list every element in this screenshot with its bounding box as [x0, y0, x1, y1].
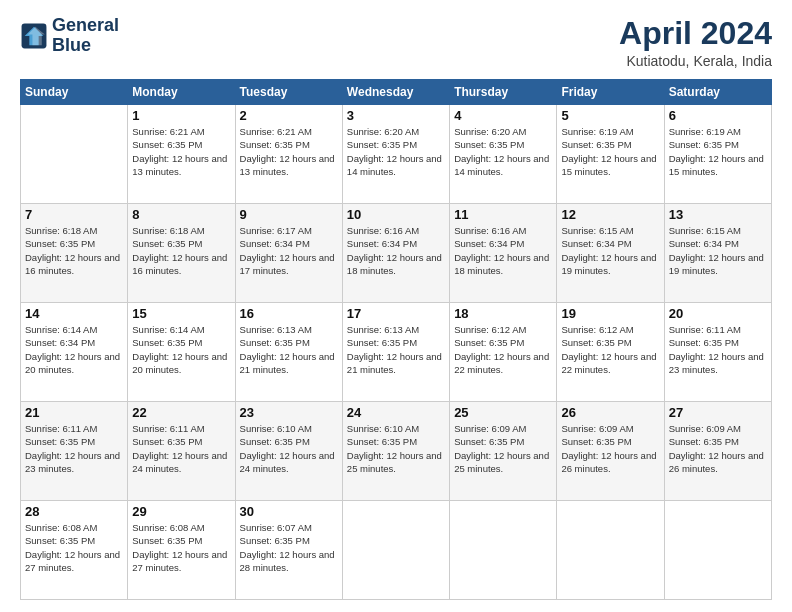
day-number: 23 [240, 405, 338, 420]
day-number: 8 [132, 207, 230, 222]
day-number: 24 [347, 405, 445, 420]
day-number: 14 [25, 306, 123, 321]
calendar-cell: 11Sunrise: 6:16 AMSunset: 6:34 PMDayligh… [450, 204, 557, 303]
day-number: 10 [347, 207, 445, 222]
page: General Blue April 2024 Kutiatodu, Keral… [0, 0, 792, 612]
day-number: 16 [240, 306, 338, 321]
day-info: Sunrise: 6:18 AMSunset: 6:35 PMDaylight:… [25, 224, 123, 277]
day-number: 18 [454, 306, 552, 321]
calendar-table: SundayMondayTuesdayWednesdayThursdayFrid… [20, 79, 772, 600]
calendar-cell: 21Sunrise: 6:11 AMSunset: 6:35 PMDayligh… [21, 402, 128, 501]
calendar-cell: 8Sunrise: 6:18 AMSunset: 6:35 PMDaylight… [128, 204, 235, 303]
col-header-friday: Friday [557, 80, 664, 105]
day-number: 12 [561, 207, 659, 222]
day-info: Sunrise: 6:17 AMSunset: 6:34 PMDaylight:… [240, 224, 338, 277]
day-number: 29 [132, 504, 230, 519]
day-number: 22 [132, 405, 230, 420]
day-info: Sunrise: 6:21 AMSunset: 6:35 PMDaylight:… [132, 125, 230, 178]
calendar-cell: 2Sunrise: 6:21 AMSunset: 6:35 PMDaylight… [235, 105, 342, 204]
calendar-cell: 27Sunrise: 6:09 AMSunset: 6:35 PMDayligh… [664, 402, 771, 501]
day-info: Sunrise: 6:15 AMSunset: 6:34 PMDaylight:… [669, 224, 767, 277]
day-number: 25 [454, 405, 552, 420]
calendar-cell [342, 501, 449, 600]
calendar-cell: 1Sunrise: 6:21 AMSunset: 6:35 PMDaylight… [128, 105, 235, 204]
day-number: 17 [347, 306, 445, 321]
calendar-cell: 20Sunrise: 6:11 AMSunset: 6:35 PMDayligh… [664, 303, 771, 402]
day-info: Sunrise: 6:15 AMSunset: 6:34 PMDaylight:… [561, 224, 659, 277]
day-info: Sunrise: 6:09 AMSunset: 6:35 PMDaylight:… [669, 422, 767, 475]
week-row-2: 7Sunrise: 6:18 AMSunset: 6:35 PMDaylight… [21, 204, 772, 303]
calendar-cell: 9Sunrise: 6:17 AMSunset: 6:34 PMDaylight… [235, 204, 342, 303]
day-number: 5 [561, 108, 659, 123]
day-number: 21 [25, 405, 123, 420]
day-info: Sunrise: 6:18 AMSunset: 6:35 PMDaylight:… [132, 224, 230, 277]
col-header-tuesday: Tuesday [235, 80, 342, 105]
logo-text: General Blue [52, 16, 119, 56]
header-row: SundayMondayTuesdayWednesdayThursdayFrid… [21, 80, 772, 105]
logo-line1: General [52, 16, 119, 36]
day-info: Sunrise: 6:08 AMSunset: 6:35 PMDaylight:… [132, 521, 230, 574]
day-info: Sunrise: 6:13 AMSunset: 6:35 PMDaylight:… [240, 323, 338, 376]
calendar-cell: 14Sunrise: 6:14 AMSunset: 6:34 PMDayligh… [21, 303, 128, 402]
day-info: Sunrise: 6:19 AMSunset: 6:35 PMDaylight:… [669, 125, 767, 178]
day-number: 19 [561, 306, 659, 321]
week-row-4: 21Sunrise: 6:11 AMSunset: 6:35 PMDayligh… [21, 402, 772, 501]
week-row-1: 1Sunrise: 6:21 AMSunset: 6:35 PMDaylight… [21, 105, 772, 204]
day-number: 30 [240, 504, 338, 519]
day-info: Sunrise: 6:07 AMSunset: 6:35 PMDaylight:… [240, 521, 338, 574]
day-number: 20 [669, 306, 767, 321]
calendar-cell: 5Sunrise: 6:19 AMSunset: 6:35 PMDaylight… [557, 105, 664, 204]
calendar-cell: 22Sunrise: 6:11 AMSunset: 6:35 PMDayligh… [128, 402, 235, 501]
col-header-thursday: Thursday [450, 80, 557, 105]
calendar-cell: 10Sunrise: 6:16 AMSunset: 6:34 PMDayligh… [342, 204, 449, 303]
day-number: 27 [669, 405, 767, 420]
title-block: April 2024 Kutiatodu, Kerala, India [619, 16, 772, 69]
day-info: Sunrise: 6:11 AMSunset: 6:35 PMDaylight:… [132, 422, 230, 475]
day-number: 6 [669, 108, 767, 123]
day-info: Sunrise: 6:13 AMSunset: 6:35 PMDaylight:… [347, 323, 445, 376]
calendar-cell: 7Sunrise: 6:18 AMSunset: 6:35 PMDaylight… [21, 204, 128, 303]
day-number: 7 [25, 207, 123, 222]
logo-line2: Blue [52, 36, 119, 56]
week-row-5: 28Sunrise: 6:08 AMSunset: 6:35 PMDayligh… [21, 501, 772, 600]
day-info: Sunrise: 6:14 AMSunset: 6:35 PMDaylight:… [132, 323, 230, 376]
day-info: Sunrise: 6:09 AMSunset: 6:35 PMDaylight:… [561, 422, 659, 475]
day-info: Sunrise: 6:11 AMSunset: 6:35 PMDaylight:… [25, 422, 123, 475]
day-number: 3 [347, 108, 445, 123]
calendar-cell [21, 105, 128, 204]
col-header-monday: Monday [128, 80, 235, 105]
day-number: 9 [240, 207, 338, 222]
calendar-cell: 29Sunrise: 6:08 AMSunset: 6:35 PMDayligh… [128, 501, 235, 600]
day-number: 2 [240, 108, 338, 123]
day-info: Sunrise: 6:20 AMSunset: 6:35 PMDaylight:… [347, 125, 445, 178]
calendar-cell: 12Sunrise: 6:15 AMSunset: 6:34 PMDayligh… [557, 204, 664, 303]
calendar-cell: 3Sunrise: 6:20 AMSunset: 6:35 PMDaylight… [342, 105, 449, 204]
day-info: Sunrise: 6:16 AMSunset: 6:34 PMDaylight:… [347, 224, 445, 277]
day-info: Sunrise: 6:12 AMSunset: 6:35 PMDaylight:… [561, 323, 659, 376]
subtitle: Kutiatodu, Kerala, India [619, 53, 772, 69]
day-info: Sunrise: 6:21 AMSunset: 6:35 PMDaylight:… [240, 125, 338, 178]
day-number: 4 [454, 108, 552, 123]
day-info: Sunrise: 6:12 AMSunset: 6:35 PMDaylight:… [454, 323, 552, 376]
day-number: 13 [669, 207, 767, 222]
day-number: 1 [132, 108, 230, 123]
main-title: April 2024 [619, 16, 772, 51]
calendar-cell: 13Sunrise: 6:15 AMSunset: 6:34 PMDayligh… [664, 204, 771, 303]
col-header-saturday: Saturday [664, 80, 771, 105]
day-info: Sunrise: 6:08 AMSunset: 6:35 PMDaylight:… [25, 521, 123, 574]
day-number: 11 [454, 207, 552, 222]
calendar-cell: 24Sunrise: 6:10 AMSunset: 6:35 PMDayligh… [342, 402, 449, 501]
col-header-sunday: Sunday [21, 80, 128, 105]
calendar-cell: 23Sunrise: 6:10 AMSunset: 6:35 PMDayligh… [235, 402, 342, 501]
calendar-cell [557, 501, 664, 600]
day-info: Sunrise: 6:10 AMSunset: 6:35 PMDaylight:… [240, 422, 338, 475]
day-number: 15 [132, 306, 230, 321]
calendar-cell: 26Sunrise: 6:09 AMSunset: 6:35 PMDayligh… [557, 402, 664, 501]
day-number: 28 [25, 504, 123, 519]
calendar-cell [450, 501, 557, 600]
day-info: Sunrise: 6:11 AMSunset: 6:35 PMDaylight:… [669, 323, 767, 376]
header: General Blue April 2024 Kutiatodu, Keral… [20, 16, 772, 69]
calendar-cell: 25Sunrise: 6:09 AMSunset: 6:35 PMDayligh… [450, 402, 557, 501]
col-header-wednesday: Wednesday [342, 80, 449, 105]
calendar-cell: 4Sunrise: 6:20 AMSunset: 6:35 PMDaylight… [450, 105, 557, 204]
